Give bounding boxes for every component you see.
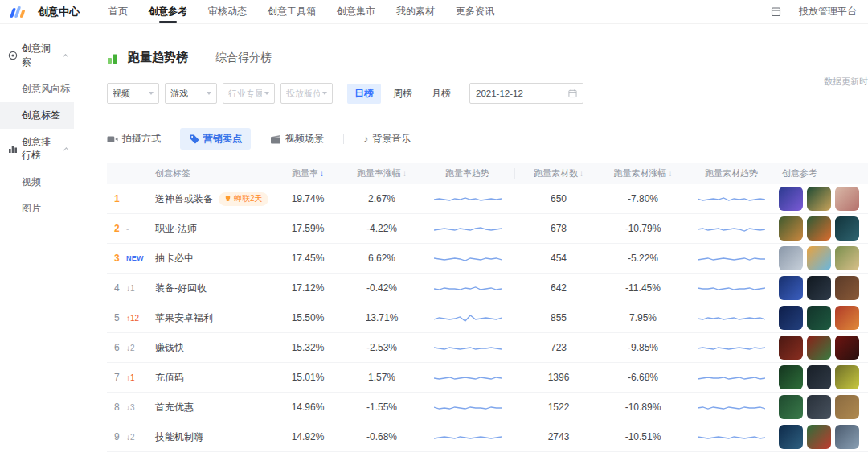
tag-name-cell[interactable]: 装备-好回收: [152, 282, 272, 295]
creative-thumbnail[interactable]: [807, 336, 831, 360]
tag-name-cell[interactable]: 苹果安卓福利: [152, 311, 272, 325]
creative-thumbnail[interactable]: [779, 365, 803, 389]
creative-thumbnail[interactable]: [835, 216, 859, 241]
row-expand-chevron[interactable]: ›: [862, 192, 868, 206]
page-tab-1[interactable]: 跑量趋势榜: [128, 50, 188, 65]
tag-tab-3[interactable]: 视频场景: [270, 128, 324, 150]
logo[interactable]: 创意中心: [11, 5, 80, 19]
topnav-right: 投放管理平台: [771, 5, 857, 19]
creative-thumbnail[interactable]: [779, 187, 803, 211]
row-expand-chevron[interactable]: ›: [862, 341, 868, 355]
sidebar-item-视频[interactable]: 视频: [0, 169, 74, 196]
sort-down-icon[interactable]: ↓: [579, 169, 583, 178]
nav-item-1[interactable]: 首页: [108, 0, 128, 23]
tag-name-cell[interactable]: 赚钱快: [152, 341, 272, 355]
platform-link[interactable]: 投放管理平台: [799, 5, 857, 19]
nav-item-2[interactable]: 创意参考: [149, 0, 187, 23]
filter-select-4[interactable]: 投放版位: [280, 83, 333, 104]
nav-item-4[interactable]: 创意工具箱: [268, 0, 316, 23]
nav-item-7[interactable]: 更多资讯: [456, 0, 494, 23]
creative-thumbnail[interactable]: [779, 216, 803, 241]
creative-thumbnail[interactable]: [807, 216, 831, 241]
tag-tab-1[interactable]: 拍摄方式: [107, 128, 161, 150]
col-header-6[interactable]: 跑量素材涨幅↓: [602, 167, 684, 179]
col-header-label: 跑量素材涨幅: [614, 168, 667, 178]
materials-count: 650: [515, 193, 602, 204]
row-expand-chevron[interactable]: ›: [862, 252, 868, 266]
tag-name-cell[interactable]: 技能机制嗨: [152, 430, 272, 444]
select-value: 视频: [113, 88, 130, 100]
creative-thumbnail[interactable]: [835, 336, 859, 360]
calendar-app-icon[interactable]: [771, 6, 781, 17]
creative-thumbnail[interactable]: [807, 276, 831, 300]
tag-name-cell[interactable]: 抽卡必中: [152, 252, 272, 266]
tag-tab-label: 视频场景: [285, 132, 324, 146]
col-header-3[interactable]: 跑量率涨幅↓: [343, 167, 420, 179]
rank-change: -: [126, 195, 129, 204]
trend-chart-icon: [107, 51, 120, 64]
row-expand-chevron[interactable]: ›: [862, 311, 868, 325]
rate-value: 14.92%: [272, 431, 343, 443]
date-input[interactable]: [476, 89, 568, 98]
table-row-2: 2-职业·法师17.59%-4.22%678-10.79%›: [107, 214, 868, 244]
creative-thumbnail[interactable]: [779, 425, 803, 449]
creative-thumbnail[interactable]: [807, 395, 831, 419]
tag-name-cell[interactable]: 充值码: [152, 371, 272, 385]
chevron-down-icon: [264, 92, 269, 95]
period-tab-1[interactable]: 日榜: [347, 84, 381, 104]
sidebar-item-创意标签[interactable]: 创意标签: [0, 102, 74, 129]
tag-name-cell[interactable]: 职业·法师: [152, 222, 272, 236]
row-expand-chevron[interactable]: ›: [862, 282, 868, 295]
col-header-label: 创意参考: [782, 168, 817, 178]
creative-thumbnail[interactable]: [835, 276, 859, 300]
row-expand-chevron[interactable]: ›: [862, 222, 868, 236]
creative-thumbnail[interactable]: [779, 306, 803, 330]
tag-tab-4[interactable]: ♪背景音乐: [363, 128, 411, 150]
filter-select-1[interactable]: 视频: [107, 83, 159, 104]
row-expand-chevron[interactable]: ›: [862, 401, 868, 414]
sort-down-icon[interactable]: ↓: [669, 169, 673, 178]
creative-thumbnail[interactable]: [779, 246, 803, 270]
period-tab-2[interactable]: 周榜: [386, 84, 420, 104]
creative-thumbnail[interactable]: [835, 246, 859, 270]
row-expand-chevron[interactable]: ›: [862, 430, 868, 444]
filter-select-2[interactable]: 游戏: [165, 83, 217, 104]
creative-thumbnail[interactable]: [835, 306, 859, 330]
sidebar-item-图片[interactable]: 图片: [0, 196, 74, 222]
filter-select-3[interactable]: 行业专属: [223, 83, 275, 104]
row-expand-chevron[interactable]: ›: [862, 371, 868, 385]
materials-trend-sparkline: [684, 190, 779, 208]
col-header-5[interactable]: 跑量素材数↓: [515, 167, 602, 179]
creative-thumbnails: [779, 395, 862, 419]
nav-item-6[interactable]: 我的素材: [396, 0, 435, 23]
tag-name-cell[interactable]: 送神兽或装备蝉联2天: [152, 192, 272, 206]
tag-name-cell[interactable]: 首充优惠: [152, 401, 272, 414]
rank-cell: 4↓1: [107, 282, 152, 294]
nav-item-5[interactable]: 创意集市: [337, 0, 375, 23]
creative-thumbnail[interactable]: [835, 365, 859, 389]
sidebar-item-创意风向标[interactable]: 创意风向标: [0, 76, 74, 102]
sidebar-group-1[interactable]: 创意洞察: [0, 35, 74, 76]
creative-thumbnail[interactable]: [807, 246, 831, 270]
nav-item-3[interactable]: 审核动态: [208, 0, 247, 23]
creative-thumbnail[interactable]: [807, 425, 831, 449]
creative-thumbnail[interactable]: [779, 336, 803, 360]
col-header-2[interactable]: 跑量率↓: [272, 167, 343, 179]
creative-thumbnail[interactable]: [807, 306, 831, 330]
creative-thumbnail[interactable]: [835, 395, 859, 419]
date-picker[interactable]: [469, 83, 583, 104]
period-tab-3[interactable]: 月榜: [424, 84, 458, 104]
creative-thumbnail[interactable]: [779, 395, 803, 419]
sort-down-icon[interactable]: ↓: [320, 169, 324, 178]
tag-tab-label: 营销卖点: [203, 132, 242, 146]
col-header-label: 跑量素材趋势: [705, 168, 758, 178]
sort-down-icon[interactable]: ↓: [403, 169, 407, 178]
creative-thumbnail[interactable]: [779, 276, 803, 300]
tag-tab-2[interactable]: 营销卖点: [180, 128, 251, 150]
creative-thumbnail[interactable]: [807, 187, 831, 211]
sidebar-group-2[interactable]: 创意排行榜: [0, 129, 74, 169]
creative-thumbnail[interactable]: [835, 425, 859, 449]
creative-thumbnail[interactable]: [835, 187, 859, 211]
creative-thumbnail[interactable]: [807, 365, 831, 389]
page-tab-2[interactable]: 综合得分榜: [215, 51, 272, 65]
